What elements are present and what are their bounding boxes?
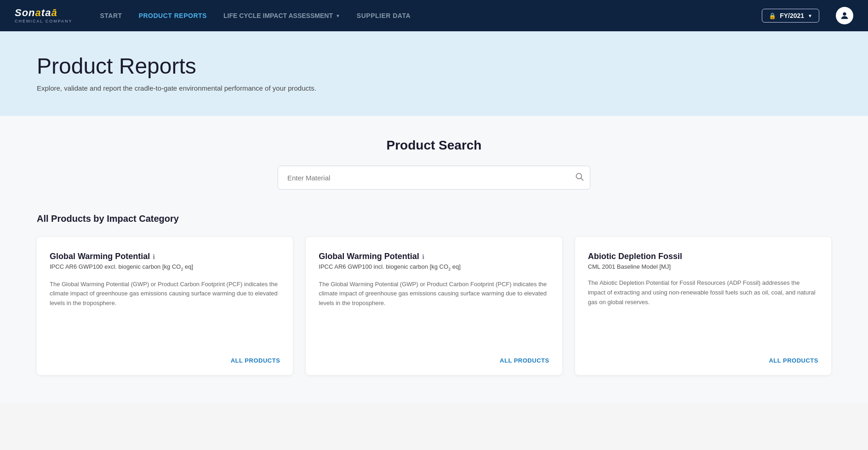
all-products-link[interactable]: ALL PRODUCTS (231, 357, 280, 364)
search-icon (575, 172, 584, 181)
svg-line-2 (581, 178, 583, 180)
page-title: Product Reports (37, 53, 831, 79)
card-subtitle: CML 2001 Baseline Model [MJ] (588, 263, 818, 270)
card-title-row: Global Warming Potential ℹ (319, 252, 549, 261)
card-description: The Global Warming Potential (GWP) or Pr… (50, 280, 280, 344)
card-title-row: Global Warming Potential ℹ (50, 252, 280, 261)
card-subtitle: IPCC AR6 GWP100 incl. biogenic carbon [k… (319, 263, 549, 271)
search-bar-container (278, 166, 590, 190)
logo-text: Sonataā (15, 8, 73, 18)
nav-lcia[interactable]: LIFE CYCLE IMPACT ASSESSMENT ▼ (223, 12, 340, 19)
logo-subtitle: CHEMICAL COMPANY (15, 19, 73, 23)
search-heading: Product Search (37, 138, 831, 153)
categories-section: All Products by Impact Category Global W… (37, 213, 831, 375)
svg-point-0 (843, 12, 846, 16)
main-content: Product Search All Products by Impact Ca… (0, 116, 868, 403)
fiscal-year-selector[interactable]: 🔒 FY/2021 ▼ (762, 9, 819, 23)
all-products-link[interactable]: ALL PRODUCTS (500, 357, 549, 364)
chevron-down-icon: ▼ (336, 13, 340, 18)
page-subtitle: Explore, validate and report the cradle-… (37, 84, 831, 92)
chevron-down-icon: ▼ (808, 13, 812, 18)
card-description: The Abiotic Depletion Potential for Foss… (588, 278, 818, 344)
card-title: Global Warming Potential (50, 252, 150, 261)
search-input[interactable] (278, 166, 590, 190)
card-footer: ALL PRODUCTS (319, 357, 549, 364)
card-description: The Global Warming Potential (GWP) or Pr… (319, 280, 549, 344)
search-button[interactable] (575, 172, 584, 184)
hero-banner: Product Reports Explore, validate and re… (0, 31, 868, 116)
fiscal-year-label: FY/2021 (780, 12, 804, 19)
lock-icon: 🔒 (769, 12, 776, 19)
card-gwp-incl: Global Warming Potential ℹ IPCC AR6 GWP1… (306, 237, 562, 375)
card-title: Abiotic Depletion Fossil (588, 252, 682, 261)
nav-product-reports[interactable]: PRODUCT REPORTS (139, 12, 207, 19)
info-icon[interactable]: ℹ (422, 253, 424, 260)
nav-supplier-data[interactable]: SUPPLIER DATA (357, 12, 411, 19)
card-gwp-excl: Global Warming Potential ℹ IPCC AR6 GWP1… (37, 237, 293, 375)
logo[interactable]: Sonataā CHEMICAL COMPANY (15, 8, 73, 23)
nav-start[interactable]: START (100, 12, 122, 19)
card-adf: Abiotic Depletion Fossil CML 2001 Baseli… (575, 237, 831, 375)
cards-grid: Global Warming Potential ℹ IPCC AR6 GWP1… (37, 237, 831, 375)
navbar: Sonataā CHEMICAL COMPANY START PRODUCT R… (0, 0, 868, 31)
card-subtitle: IPCC AR6 GWP100 excl. biogenic carbon [k… (50, 263, 280, 271)
all-products-link[interactable]: ALL PRODUCTS (769, 357, 818, 364)
card-footer: ALL PRODUCTS (588, 357, 818, 364)
card-title: Global Warming Potential (319, 252, 419, 261)
categories-heading: All Products by Impact Category (37, 213, 831, 224)
nav-lcia-label: LIFE CYCLE IMPACT ASSESSMENT (223, 12, 333, 19)
card-title-row: Abiotic Depletion Fossil (588, 252, 818, 261)
info-icon[interactable]: ℹ (153, 253, 155, 260)
card-footer: ALL PRODUCTS (50, 357, 280, 364)
user-avatar[interactable] (836, 7, 853, 24)
search-section: Product Search (37, 138, 831, 190)
avatar-icon (839, 11, 850, 21)
